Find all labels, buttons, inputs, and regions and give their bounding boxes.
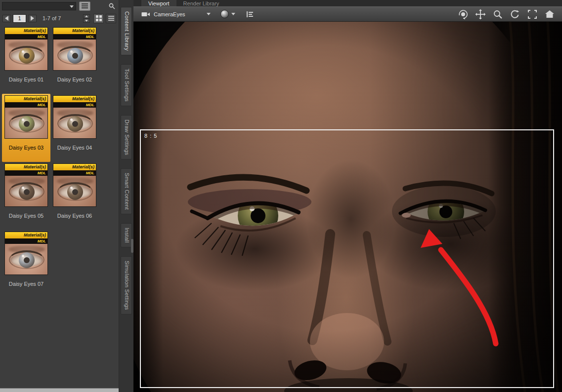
material-badge: Material(s) — [53, 28, 96, 34]
material-badge: Material(s) — [53, 164, 96, 170]
pagination-bar: 1-7 of 7 — [0, 12, 119, 25]
item-label: Daisy Eyes 06 — [57, 213, 92, 219]
prev-page-button[interactable] — [2, 15, 11, 22]
rotate-icon — [510, 9, 520, 20]
material-thumbnail[interactable]: Material(s) MDL — [53, 27, 96, 71]
item-label: Daisy Eyes 03 — [9, 145, 43, 151]
view-options-toolbar-button[interactable] — [246, 11, 254, 18]
daz-studio-window: 1-7 of 7 Ma — [0, 0, 562, 392]
search-button[interactable] — [107, 1, 117, 11]
library-header — [0, 0, 119, 12]
page-input[interactable] — [13, 14, 26, 23]
view-options-button[interactable] — [79, 1, 90, 11]
grid-icon — [96, 15, 102, 21]
next-page-button[interactable] — [28, 15, 37, 22]
thumb-highlight — [70, 187, 73, 189]
thumb-iris — [67, 48, 83, 64]
outline-icon — [246, 11, 254, 18]
material-badge: Material(s) — [5, 96, 47, 102]
viewport-toolbar: CameraEyes — [133, 6, 562, 22]
material-thumbnail[interactable]: Material(s) MDL — [53, 163, 96, 207]
thumb-highlight — [22, 187, 24, 189]
horizontal-scrollbar[interactable] — [0, 388, 133, 392]
material-thumbnail[interactable]: Material(s) MDL — [4, 95, 48, 139]
chevron-down-icon — [70, 5, 74, 8]
tab-render-library[interactable]: Render Library — [176, 0, 226, 6]
library-item[interactable]: Material(s) MDL Daisy Eyes 04 — [50, 94, 99, 162]
library-item[interactable]: Material(s) MDL Daisy Eyes 06 — [50, 162, 99, 230]
library-filter-dropdown[interactable] — [2, 2, 76, 10]
material-thumbnail[interactable]: Material(s) MDL — [4, 27, 48, 71]
list-view-button[interactable] — [106, 14, 116, 23]
thumb-eye — [59, 185, 91, 198]
sort-up-button[interactable] — [83, 14, 90, 18]
material-badge: Material(s) — [53, 96, 96, 102]
rotate-camera-button[interactable] — [509, 8, 521, 21]
thumb-lashline — [57, 182, 93, 201]
thumb-eyebrow — [8, 245, 45, 253]
mdl-badge: MDL — [53, 102, 96, 108]
orbit-camera-button[interactable] — [457, 8, 470, 21]
sort-down-button[interactable] — [83, 19, 90, 23]
material-thumbnail[interactable]: Material(s) MDL — [53, 95, 96, 139]
material-thumbnail[interactable]: Material(s) MDL — [4, 163, 48, 207]
frame-camera-button[interactable] — [526, 8, 539, 21]
pan-camera-button[interactable] — [474, 8, 487, 21]
content-library-panel: 1-7 of 7 Ma — [0, 0, 119, 392]
thumb-iris — [67, 184, 83, 200]
material-badge: Material(s) — [5, 164, 47, 170]
grid-view-button[interactable] — [93, 14, 104, 23]
side-tab-install[interactable]: Install — [121, 223, 132, 247]
thumb-lashline — [57, 114, 93, 133]
arrow-shaft — [441, 250, 496, 344]
item-label: Daisy Eyes 04 — [57, 145, 92, 151]
arrow-right-icon — [31, 16, 34, 21]
side-tab-draw-settings[interactable]: Draw Settings — [121, 115, 132, 159]
material-badge: Material(s) — [5, 232, 47, 238]
thumb-eyebrow — [8, 41, 45, 49]
library-item[interactable]: Material(s) MDL Daisy Eyes 03 — [2, 94, 50, 162]
viewport-canvas[interactable]: 8 : 5 — [133, 22, 562, 392]
camera-home-button[interactable] — [543, 8, 556, 21]
thumb-iris — [67, 116, 83, 132]
side-tab-simulation-settings[interactable]: Simulation Settings — [121, 256, 132, 314]
mdl-badge: MDL — [5, 34, 47, 39]
library-item[interactable]: Material(s) MDL Daisy Eyes 02 — [50, 26, 99, 94]
thumb-highlight — [22, 118, 24, 121]
side-tab-smart-content[interactable]: Smart Content — [121, 168, 132, 214]
thumb-eyebrow — [8, 109, 45, 117]
thumb-lashline — [9, 250, 44, 269]
side-tab-tool-settings[interactable]: Tool Settings — [121, 64, 132, 106]
thumb-highlight — [70, 50, 73, 53]
chevron-down-icon — [207, 13, 211, 15]
camera-selector[interactable]: CameraEyes — [138, 9, 214, 20]
camera-nav-tools — [457, 8, 556, 21]
side-tab-content-library[interactable]: Content Library — [121, 7, 132, 55]
thumb-iris — [19, 116, 35, 132]
drawstyle-selector[interactable] — [220, 10, 235, 18]
document-tab-bar: Viewport Render Library — [133, 0, 562, 6]
mdl-badge: MDL — [5, 102, 47, 108]
mdl-badge: MDL — [5, 170, 47, 176]
zoom-camera-button[interactable] — [491, 8, 504, 21]
library-item[interactable]: Material(s) MDL Daisy Eyes 07 — [2, 230, 50, 298]
library-item[interactable]: Material(s) MDL Daisy Eyes 05 — [2, 162, 50, 230]
thumb-iris — [19, 252, 35, 268]
orbit-icon — [458, 9, 469, 20]
mdl-badge: MDL — [53, 170, 96, 176]
library-item[interactable]: Material(s) MDL Daisy Eyes 01 — [2, 26, 50, 94]
thumb-pupil — [72, 189, 78, 195]
tab-viewport[interactable]: Viewport — [141, 0, 176, 6]
shaded-sphere-icon — [220, 10, 229, 18]
thumb-pupil — [72, 121, 78, 127]
triangle-down-icon — [85, 20, 88, 22]
material-grid: Material(s) MDL Daisy Eyes 01 Material(s… — [2, 26, 101, 298]
material-thumbnail[interactable]: Material(s) MDL — [4, 232, 48, 275]
item-label: Daisy Eyes 07 — [9, 281, 43, 287]
triangle-up-icon — [85, 15, 88, 17]
mdl-badge: MDL — [53, 34, 96, 39]
item-label: Daisy Eyes 05 — [9, 213, 43, 219]
thumb-eye — [10, 49, 43, 62]
thumb-pupil — [72, 53, 78, 59]
thumb-eye — [59, 117, 91, 130]
